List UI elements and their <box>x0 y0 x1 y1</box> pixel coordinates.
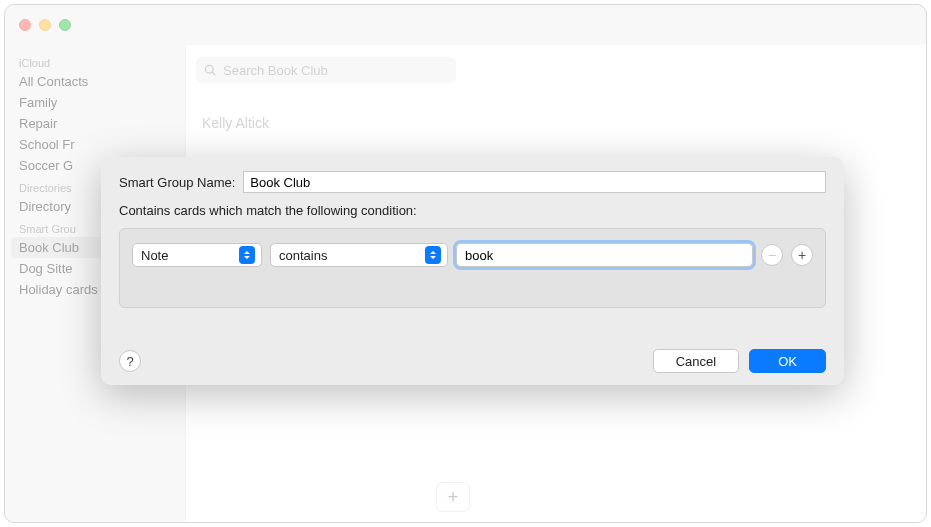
condition-field-value: Note <box>141 248 168 263</box>
condition-prompt: Contains cards which match the following… <box>119 203 826 218</box>
chevron-updown-icon <box>425 246 441 264</box>
chevron-updown-icon <box>239 246 255 264</box>
help-button[interactable]: ? <box>119 350 141 372</box>
plus-icon: + <box>798 247 806 263</box>
window: iCloud All Contacts Family Repair School… <box>4 4 927 523</box>
smart-group-sheet: Smart Group Name: Contains cards which m… <box>101 157 844 385</box>
condition-field-select[interactable]: Note <box>132 243 262 267</box>
condition-operator-value: contains <box>279 248 327 263</box>
condition-value-input[interactable] <box>456 243 753 267</box>
smart-group-name-input[interactable] <box>243 171 826 193</box>
help-icon: ? <box>126 354 133 369</box>
name-label: Smart Group Name: <box>119 175 235 190</box>
cancel-button[interactable]: Cancel <box>653 349 739 373</box>
condition-operator-select[interactable]: contains <box>270 243 448 267</box>
remove-condition-button: − <box>761 244 783 266</box>
ok-button[interactable]: OK <box>749 349 826 373</box>
condition-row: Note contains − + <box>119 228 826 308</box>
minus-icon: − <box>768 247 776 263</box>
add-condition-button[interactable]: + <box>791 244 813 266</box>
